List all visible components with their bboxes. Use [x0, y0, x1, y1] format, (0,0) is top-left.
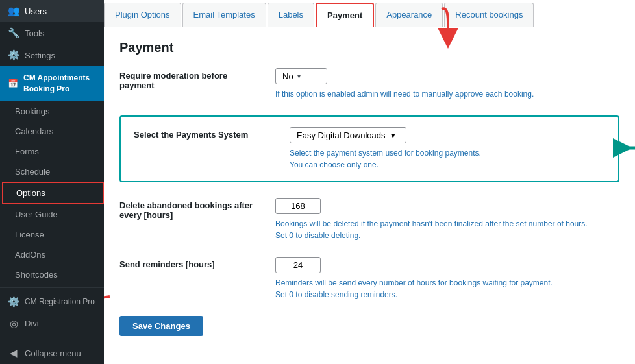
payment-system-box: Select the Payments System Easy Digital …: [119, 115, 619, 182]
sidebar-item-users[interactable]: 👥 Users: [0, 0, 104, 22]
delete-bookings-label: Delete abandoned bookings after every [h…: [119, 198, 262, 220]
send-reminders-hint: Reminders will be send every number of h…: [275, 277, 619, 300]
sidebar-plugin-cm-appointments[interactable]: 📅 CM Appointments Booking Pro: [0, 66, 104, 101]
tab-payment[interactable]: Payment: [316, 3, 374, 27]
sidebar-item-addons[interactable]: AddOns: [2, 245, 104, 265]
tab-appearance[interactable]: Appearance: [375, 3, 443, 27]
delete-bookings-input[interactable]: [275, 198, 321, 214]
main-content: Plugin Options Email Templates Labels Pa…: [104, 0, 635, 364]
tab-plugin-options[interactable]: Plugin Options: [104, 3, 181, 27]
divi-icon: ◎: [8, 318, 19, 330]
chevron-down-icon: ▾: [297, 73, 301, 80]
sidebar-item-bookings[interactable]: Bookings: [2, 101, 104, 121]
payment-system-section: Select the Payments System Easy Digital …: [119, 115, 619, 182]
tab-email-templates[interactable]: Email Templates: [182, 3, 266, 27]
settings-icon: ⚙️: [8, 49, 19, 61]
moderation-field: No ▾ If this option is enabled admin wil…: [275, 68, 619, 100]
payment-system-label: Select the Payments System: [134, 127, 277, 140]
sidebar-item-forms[interactable]: Forms: [2, 141, 104, 162]
calendar-icon: 📅: [8, 79, 18, 88]
moderation-hint: If this option is enabled admin will nee…: [275, 88, 619, 100]
payment-system-field: Easy Digital Downloads ▾ Select the paym…: [290, 127, 605, 171]
sidebar-item-options[interactable]: Options: [2, 182, 104, 204]
sidebar-item-tools[interactable]: 🔧 Tools: [0, 22, 104, 44]
save-section: Save Changes: [119, 316, 619, 336]
delete-bookings-field: Bookings will be deleted if the payment …: [275, 198, 619, 241]
sidebar: 👥 Users 🔧 Tools ⚙️ Settings 📅 CM Appoint…: [0, 0, 104, 364]
tab-bar: Plugin Options Email Templates Labels Pa…: [104, 0, 635, 27]
tab-labels[interactable]: Labels: [268, 3, 314, 27]
sidebar-item-schedule[interactable]: Schedule: [2, 162, 104, 182]
content-area: Payment Require moderation before paymen…: [104, 27, 635, 364]
sidebar-item-calendars[interactable]: Calendars: [2, 121, 104, 141]
send-reminders-field: Reminders will be send every number of h…: [275, 257, 619, 300]
page-title: Payment: [119, 40, 619, 55]
moderation-row: Require moderation before payment No ▾ I…: [119, 68, 619, 100]
tools-icon: 🔧: [8, 27, 19, 39]
send-reminders-row: Send reminders [hours] Reminders will be…: [119, 257, 619, 300]
sidebar-item-license[interactable]: License: [2, 224, 104, 245]
sidebar-item-divi[interactable]: ◎ Divi: [0, 313, 104, 335]
payment-system-hint: Select the payment system used for booki…: [290, 147, 605, 171]
payment-system-select[interactable]: Easy Digital Downloads ▾: [290, 127, 406, 143]
sidebar-item-shortcodes[interactable]: Shortcodes: [2, 265, 104, 285]
moderation-select[interactable]: No ▾: [275, 68, 327, 84]
collapse-icon: ◀: [8, 347, 19, 359]
sidebar-item-settings[interactable]: ⚙️ Settings: [0, 44, 104, 66]
delete-bookings-row: Delete abandoned bookings after every [h…: [119, 198, 619, 241]
sidebar-collapse-menu[interactable]: ◀ Collapse menu: [0, 342, 104, 364]
delete-bookings-hint: Bookings will be deleted if the payment …: [275, 218, 619, 241]
tab-recount-bookings[interactable]: Recount bookings: [444, 3, 534, 27]
plugin-submenu: Bookings Calendars Forms Schedule Option…: [0, 101, 104, 285]
moderation-label: Require moderation before payment: [119, 68, 262, 90]
payment-system-inner: Select the Payments System Easy Digital …: [134, 127, 605, 171]
send-reminders-label: Send reminders [hours]: [119, 257, 262, 269]
edd-chevron-icon: ▾: [391, 130, 395, 140]
sidebar-item-user-guide[interactable]: User Guide: [2, 204, 104, 224]
send-reminders-input[interactable]: [275, 257, 321, 273]
sidebar-item-cm-registration[interactable]: ⚙️ CM Registration Pro: [0, 291, 104, 313]
users-icon: 👥: [8, 5, 19, 17]
cm-registration-icon: ⚙️: [8, 296, 19, 308]
save-changes-button[interactable]: Save Changes: [119, 316, 203, 336]
